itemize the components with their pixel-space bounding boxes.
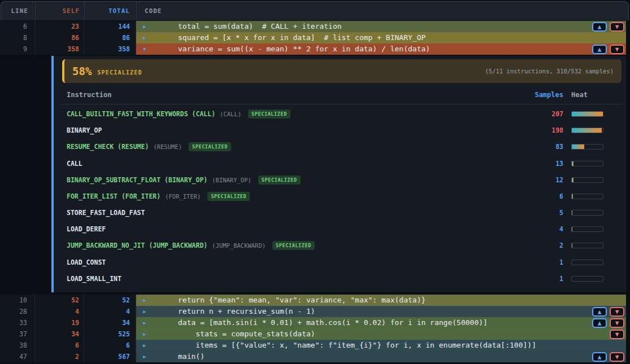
instruction-rows: CALL_BUILTIN_FAST_WITH_KEYWORDS (CALL)(C… <box>62 104 622 287</box>
code-cell[interactable]: ▶return {"mean": mean, "var": variance, … <box>136 295 626 306</box>
code-row[interactable]: 9358358▼variance = sum((x - mean) ** 2 f… <box>0 43 630 55</box>
code-cell[interactable]: ▶main()▲▼ <box>136 351 626 362</box>
table-header: LINE SELF TOTAL CODE <box>1 1 629 20</box>
instruction-row: LOAD_CONST1 <box>62 254 622 270</box>
move-down-button[interactable]: ▼ <box>610 307 624 317</box>
total-samples: 358 <box>84 43 136 55</box>
move-up-button[interactable]: ▲ <box>592 307 607 317</box>
code-row[interactable]: 88686▶squared = [x * x for x in data] # … <box>0 32 630 43</box>
self-samples: 4 <box>35 306 84 317</box>
expand-icon[interactable]: ▶ <box>143 340 146 351</box>
code-text: data = [math.sin(i * 0.01) + math.cos(i … <box>136 317 626 328</box>
samples-value: 12 <box>512 176 563 184</box>
code-row[interactable]: 105252▶return {"mean": mean, "var": vari… <box>0 295 630 306</box>
instruction-name: CALL <box>62 160 512 168</box>
heat-bar-track <box>571 177 603 183</box>
expand-icon[interactable]: ▶ <box>143 306 146 317</box>
code-row[interactable]: 2844▶return n + recursive_sum(n - 1)▲▼ <box>0 306 630 317</box>
line-number: 28 <box>0 306 35 317</box>
instruction-row: BINARY_OP198 <box>62 122 622 139</box>
arrow-down-icon: ▼ <box>615 46 619 52</box>
move-down-button[interactable]: ▼ <box>610 22 624 32</box>
total-samples: 525 <box>84 328 136 340</box>
specialized-badge: SPECIALIZED <box>258 176 301 185</box>
samples-value: 207 <box>512 110 563 118</box>
instruction-name: LOAD_DEREF <box>62 225 512 233</box>
line-number: 37 <box>0 328 35 340</box>
heat-bar-track <box>571 260 603 265</box>
code-cell[interactable]: ▶total = sum(data) # CALL + iteration▲▼ <box>136 21 626 32</box>
heat-bar-track <box>571 144 603 150</box>
total-samples: 6 <box>84 340 136 351</box>
code-cell[interactable]: ▶ items = [{"value": x, "name": f"item_{… <box>136 340 626 351</box>
arrow-down-icon: ▼ <box>615 354 619 360</box>
move-up-button[interactable]: ▲ <box>592 45 607 54</box>
samples-value: 198 <box>512 126 563 134</box>
total-samples: 567 <box>84 351 136 362</box>
instruction-base-opcode: (CALL) <box>220 111 241 117</box>
expand-icon[interactable]: ▶ <box>143 21 146 32</box>
instruction-opcode: CALL_BUILTIN_FAST_WITH_KEYWORDS (CALL) <box>67 110 215 118</box>
instruction-opcode: JUMP_BACKWARD_NO_JIT (JUMP_BACKWARD) <box>67 242 207 249</box>
column-header-self: SELF <box>36 2 85 20</box>
move-up-button[interactable]: ▲ <box>592 352 607 362</box>
row-move-buttons: ▲▼ <box>592 307 624 317</box>
expand-icon[interactable]: ▶ <box>143 328 146 340</box>
instruction-table-header: Instruction Samples Heat <box>62 83 622 104</box>
move-down-button[interactable]: ▼ <box>610 330 624 339</box>
instruction-row: LOAD_DEREF4 <box>62 221 622 238</box>
code-row[interactable]: 3734525▶ stats = compute_stats(data)▼ <box>0 328 630 340</box>
heat-bar-track <box>571 243 603 248</box>
specialized-badge: SPECIALIZED <box>189 142 231 151</box>
instruction-row: STORE_FAST_LOAD_FAST5 <box>62 205 622 221</box>
move-down-button[interactable]: ▼ <box>610 352 624 362</box>
expand-icon[interactable]: ▶ <box>143 32 146 43</box>
code-row[interactable]: 331934▶data = [math.sin(i * 0.01) + math… <box>0 317 630 328</box>
move-down-button[interactable]: ▼ <box>610 45 624 54</box>
self-samples: 52 <box>35 295 84 306</box>
line-number: 8 <box>0 32 35 43</box>
total-samples: 86 <box>84 32 136 43</box>
heat-bar-fill <box>572 112 603 116</box>
line-number: 47 <box>0 351 35 362</box>
instruction-base-opcode: (JUMP_BACKWARD) <box>212 242 266 249</box>
arrow-down-icon: ▼ <box>615 309 619 315</box>
code-cell[interactable]: ▼variance = sum((x - mean) ** 2 for x in… <box>136 43 626 55</box>
expand-icon[interactable]: ▶ <box>143 317 146 328</box>
instruction-row: CALL_BUILTIN_FAST_WITH_KEYWORDS (CALL)(C… <box>62 106 622 122</box>
heat-bar-fill <box>572 210 572 215</box>
code-cell[interactable]: ▶ stats = compute_stats(data)▼ <box>136 328 626 340</box>
code-cell[interactable]: ▶data = [math.sin(i * 0.01) + math.cos(i… <box>136 317 626 328</box>
samples-value: 6 <box>512 192 563 200</box>
collapse-icon[interactable]: ▼ <box>143 43 146 55</box>
specialized-badge: SPECIALIZED <box>272 241 315 250</box>
specialized-badge: SPECIALIZED <box>248 109 290 119</box>
code-row[interactable]: 472567▶main()▲▼ <box>0 351 630 362</box>
self-samples: 19 <box>35 317 84 328</box>
total-samples: 144 <box>84 21 136 32</box>
self-samples: 86 <box>35 32 84 43</box>
row-move-buttons: ▼ <box>610 330 624 339</box>
heat-bar-track <box>571 111 603 117</box>
expand-icon[interactable]: ▶ <box>143 295 146 306</box>
row-move-buttons: ▲▼ <box>592 45 624 54</box>
move-down-button[interactable]: ▼ <box>610 318 624 328</box>
heat-bar-track <box>571 194 603 199</box>
code-cell[interactable]: ▶return n + recursive_sum(n - 1)▲▼ <box>136 306 626 317</box>
instruction-name: FOR_ITER_LIST (FOR_ITER)(FOR_ITER)SPECIA… <box>62 192 512 201</box>
code-text: main() <box>136 351 626 362</box>
column-header-line: LINE <box>1 2 36 20</box>
line-number: 6 <box>0 21 35 32</box>
code-cell[interactable]: ▶squared = [x * x for x in data] # list … <box>136 32 626 43</box>
expand-icon[interactable]: ▶ <box>143 351 146 362</box>
arrow-up-icon: ▲ <box>598 320 602 326</box>
samples-value: 5 <box>512 209 563 217</box>
heat-column-header: Heat <box>571 91 603 99</box>
code-row[interactable]: 623144▶total = sum(data) # CALL + iterat… <box>0 21 630 32</box>
row-move-buttons: ▲▼ <box>592 352 624 362</box>
move-up-button[interactable]: ▲ <box>592 318 607 328</box>
move-up-button[interactable]: ▲ <box>592 22 607 32</box>
code-row[interactable]: 3866▶ items = [{"value": x, "name": f"it… <box>0 340 630 351</box>
specialized-percent: 58% <box>72 65 92 77</box>
arrow-down-icon: ▼ <box>615 331 619 337</box>
